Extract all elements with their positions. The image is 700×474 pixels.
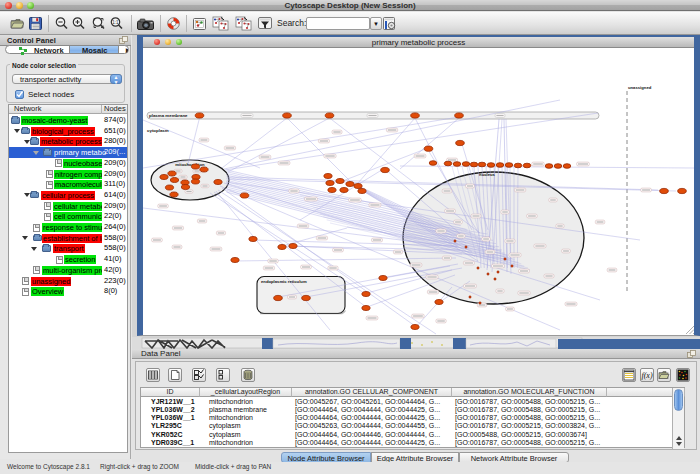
svg-text:mitochondrion: mitochondrion [175,162,205,167]
svg-text:cytoplasm: cytoplasm [147,128,169,133]
svg-text:1:1: 1:1 [112,20,119,25]
svg-text:unassigned: unassigned [628,85,652,90]
svg-text:nucleus: nucleus [479,172,495,177]
svg-text:f(x): f(x) [641,371,652,380]
svg-text:plasma membrane: plasma membrane [149,113,188,118]
svg-text:endoplasmic reticulum: endoplasmic reticulum [261,279,307,284]
